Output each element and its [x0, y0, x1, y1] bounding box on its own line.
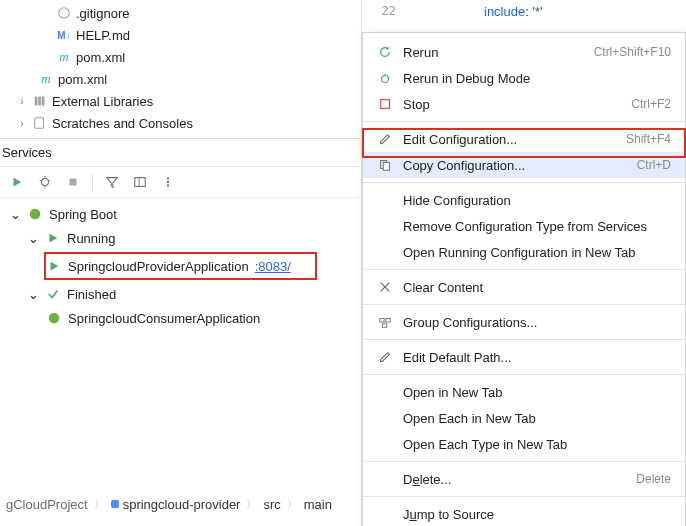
file-pom-inner[interactable]: m pom.xml	[0, 46, 361, 68]
svg-rect-2	[38, 97, 41, 106]
separator	[363, 269, 685, 270]
services-tree: ⌄ Spring Boot ⌄ Running SpringcloudProvi…	[0, 198, 361, 330]
filter-icon[interactable]	[103, 173, 121, 191]
svg-point-18	[30, 209, 41, 220]
menu-shortcut: Ctrl+Shift+F10	[594, 45, 671, 59]
edit-icon	[377, 132, 393, 146]
scratches-icon	[32, 116, 48, 130]
finished-node[interactable]: ⌄ Finished	[0, 282, 361, 306]
menu-group-configurations[interactable]: Group Configurations...	[363, 309, 685, 335]
external-libraries[interactable]: › External Libraries	[0, 90, 361, 112]
menu-shortcut: Ctrl+F2	[631, 97, 671, 111]
menu-copy-configuration[interactable]: Copy Configuration... Ctrl+D	[363, 152, 685, 178]
spring-boot-node[interactable]: ⌄ Spring Boot	[0, 202, 361, 226]
menu-label: Edit Configuration...	[403, 132, 616, 147]
services-toolbar	[0, 167, 361, 198]
svg-point-6	[42, 179, 49, 186]
menu-label: Edit Default Path...	[403, 350, 671, 365]
stop-icon[interactable]	[64, 173, 82, 191]
layout-icon[interactable]	[131, 173, 149, 191]
svg-point-23	[382, 75, 389, 82]
code-keyword: include	[484, 4, 525, 19]
svg-rect-13	[135, 178, 146, 187]
provider-application-node[interactable]: SpringcloudProviderApplication :8083/	[46, 256, 311, 276]
menu-open-new-tab[interactable]: Open in New Tab	[363, 379, 685, 405]
svg-rect-4	[35, 118, 44, 129]
menu-edit-configuration[interactable]: Edit Configuration... Shift+F4	[363, 126, 685, 152]
menu-label: Group Configurations...	[403, 315, 671, 330]
copy-icon	[377, 158, 393, 172]
menu-open-running-new-tab[interactable]: Open Running Configuration in New Tab	[363, 239, 685, 265]
menu-label: Hide Configuration	[377, 193, 671, 208]
menu-remove-config-type[interactable]: Remove Configuration Type from Services	[363, 213, 685, 239]
code-line: 22 include: '*'	[370, 0, 542, 22]
separator	[363, 304, 685, 305]
clear-icon	[377, 280, 393, 294]
menu-label: Open Each Type in New Tab	[377, 437, 671, 452]
menu-label: Copy Configuration...	[403, 158, 627, 173]
more-icon[interactable]	[159, 173, 177, 191]
running-node[interactable]: ⌄ Running	[0, 226, 361, 250]
context-menu: Rerun Ctrl+Shift+F10 Rerun in Debug Mode…	[362, 32, 686, 526]
debug-icon[interactable]	[36, 173, 54, 191]
menu-hide-configuration[interactable]: Hide Configuration	[363, 187, 685, 213]
chevron-down-icon: ⌄	[10, 207, 21, 222]
svg-point-21	[49, 313, 60, 324]
chevron-right-icon: ›	[16, 96, 28, 107]
menu-label: Remove Configuration Type from Services	[377, 219, 671, 234]
menu-open-each-type-new-tab[interactable]: Open Each Type in New Tab	[363, 431, 685, 457]
crumb-project[interactable]: gCloudProject	[6, 497, 88, 512]
menu-label: Jump to Source	[377, 507, 671, 522]
menu-rerun[interactable]: Rerun Ctrl+Shift+F10	[363, 39, 685, 65]
svg-marker-20	[51, 262, 59, 271]
menu-delete[interactable]: Delete... Delete	[363, 466, 685, 492]
svg-rect-29	[383, 162, 389, 170]
svg-rect-27	[381, 100, 390, 109]
menu-jump-to-source[interactable]: Jump to Source	[363, 501, 685, 526]
scratches-and-consoles[interactable]: › Scratches and Consoles	[0, 112, 361, 134]
menu-label: Open in New Tab	[377, 385, 671, 400]
separator	[363, 339, 685, 340]
spring-boot-icon	[27, 207, 43, 221]
line-number: 22	[370, 4, 404, 18]
chevron-down-icon: ⌄	[28, 287, 39, 302]
menu-rerun-debug[interactable]: Rerun in Debug Mode	[363, 65, 685, 91]
crumb-src[interactable]: src	[263, 497, 280, 512]
svg-point-15	[167, 181, 169, 183]
chevron-right-icon	[244, 496, 259, 512]
file-help-md[interactable]: M↓ HELP.md	[0, 24, 361, 46]
running-status-icon	[45, 231, 61, 245]
separator	[363, 182, 685, 183]
file-label: HELP.md	[76, 28, 130, 43]
separator	[363, 374, 685, 375]
run-icon[interactable]	[8, 173, 26, 191]
chevron-right-icon: ›	[16, 118, 28, 129]
menu-label: Rerun in Debug Mode	[403, 71, 671, 86]
node-label: Scratches and Consoles	[52, 116, 193, 131]
maven-icon: m	[38, 71, 54, 87]
separator	[363, 461, 685, 462]
app-port-link[interactable]: :8083/	[255, 259, 291, 274]
file-gitignore[interactable]: .gitignore	[0, 2, 361, 24]
menu-label: Open Running Configuration in New Tab	[377, 245, 671, 260]
crumb-main[interactable]: main	[304, 497, 332, 512]
crumb-module[interactable]: springcloud-provider	[123, 497, 241, 512]
menu-label: Open Each in New Tab	[377, 411, 671, 426]
services-panel-header[interactable]: Services	[0, 138, 361, 167]
menu-clear-content[interactable]: Clear Content	[363, 274, 685, 300]
node-label: External Libraries	[52, 94, 153, 109]
menu-open-each-new-tab[interactable]: Open Each in New Tab	[363, 405, 685, 431]
svg-rect-32	[380, 319, 384, 323]
consumer-application-node[interactable]: SpringcloudConsumerApplication	[0, 306, 361, 330]
file-pom-outer[interactable]: m pom.xml	[0, 68, 361, 90]
menu-edit-default-path[interactable]: Edit Default Path...	[363, 344, 685, 370]
svg-marker-12	[107, 178, 118, 188]
maven-icon: m	[56, 49, 72, 65]
group-icon	[377, 315, 393, 329]
file-icon	[56, 6, 72, 20]
menu-stop[interactable]: Stop Ctrl+F2	[363, 91, 685, 117]
library-icon	[32, 94, 48, 108]
svg-rect-3	[42, 97, 45, 106]
svg-point-0	[59, 8, 70, 19]
spring-boot-icon	[46, 311, 62, 325]
